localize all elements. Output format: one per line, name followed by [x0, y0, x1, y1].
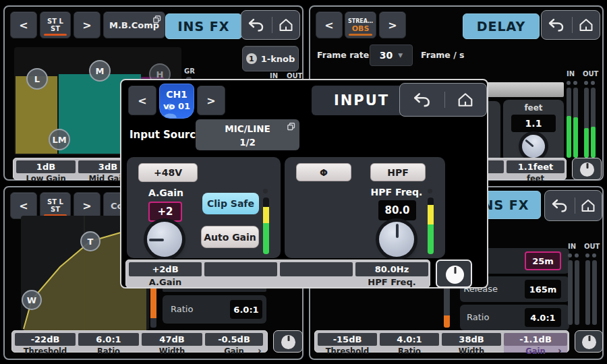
in-meter-label: IN [567, 70, 575, 78]
back-home-group [541, 10, 600, 40]
phase-button[interactable]: Φ [296, 163, 351, 181]
hpf-freq-knob[interactable] [379, 222, 414, 257]
out-meter-r [591, 88, 596, 158]
back-home-group [241, 10, 300, 40]
footer-more-chevron[interactable]: › [558, 345, 562, 356]
footer-delay-value[interactable]: 1.1feet [507, 160, 565, 173]
footer-more-chevron[interactable]: › [258, 345, 262, 356]
one-knob-button[interactable]: 1 1-knob [242, 46, 299, 71]
peak-dot [591, 81, 595, 85]
footer-hpf-value[interactable]: 80.0Hz [355, 262, 428, 276]
next-channel-button[interactable]: > [379, 11, 406, 38]
footer-ratio-label: Ratio [380, 346, 439, 356]
home-icon[interactable] [279, 18, 293, 32]
ratio-row[interactable]: Ratio 4.0:1 [460, 305, 569, 330]
footer-threshold-value[interactable]: -22dB [15, 333, 76, 346]
hpf-level-meter [428, 198, 434, 254]
footer-cell[interactable] [204, 262, 277, 276]
knob-icon [281, 335, 295, 349]
one-knob-badge-icon: 1 [246, 53, 257, 64]
channel-active-underline [44, 34, 67, 36]
clip-safe-button[interactable]: Clip Safe [202, 193, 259, 214]
next-channel-button[interactable]: > [74, 11, 100, 38]
channel-name: ST L [47, 18, 63, 25]
ratio-row[interactable]: Ratio 6.0:1 [163, 295, 266, 324]
input-source-button[interactable]: MIC/LINE 1/2 [196, 119, 299, 150]
popup-next-channel-button[interactable]: > [197, 86, 225, 115]
copy-icon [153, 16, 161, 24]
knob-icon [582, 335, 596, 349]
footer-ratio-value[interactable]: 4.0:1 [380, 333, 439, 346]
auto-gain-button[interactable]: Auto Gain [201, 226, 259, 248]
low-band-handle[interactable]: L [26, 68, 48, 90]
popup-prev-channel-button[interactable]: < [128, 86, 156, 115]
footer-low-gain-label: Low Gain [16, 174, 76, 183]
home-icon[interactable] [581, 199, 596, 212]
lowmid-crossover-handle[interactable]: LM [49, 129, 70, 150]
footer-hpf-label: HPF Freq. [355, 277, 428, 287]
back-icon[interactable] [413, 92, 432, 107]
hpf-button[interactable]: HPF [370, 163, 426, 181]
phantom-48v-button[interactable]: +48V [138, 163, 198, 182]
channel-select-button[interactable]: ST L ST [40, 192, 71, 219]
footer-threshold-label: Threshold [15, 346, 76, 356]
ratio-label: Ratio [467, 312, 489, 322]
prev-channel-button[interactable]: < [316, 11, 343, 38]
out-meter-label: OUT [584, 243, 600, 250]
footer-again-value[interactable]: +2dB [129, 262, 202, 276]
back-icon[interactable] [551, 199, 569, 212]
prev-channel-button[interactable]: < [10, 192, 37, 219]
divider [444, 92, 445, 108]
ratio-value-box[interactable]: 6.0:1 [230, 300, 262, 319]
again-knob[interactable] [147, 222, 182, 257]
footer-ratio-value[interactable]: 6.0:1 [78, 333, 139, 346]
popup-channel-button[interactable]: CH1 vo 01 [159, 84, 194, 119]
channel-select-button[interactable]: ST L ST [40, 11, 71, 38]
footer-cell[interactable] [280, 262, 353, 276]
footer-gain-value[interactable]: -0.5dB [205, 333, 263, 346]
back-icon[interactable] [548, 18, 565, 32]
attack-value-box[interactable]: 25m [525, 251, 561, 270]
channel-select-button[interactable]: STREA… OBS [345, 11, 376, 38]
release-value-box[interactable]: 165m [525, 280, 561, 299]
again-value-box[interactable]: +2 [148, 202, 182, 222]
channel-name-2: ST [51, 206, 60, 213]
popup-title: INPUT [312, 86, 411, 115]
mixer-touchscreen: < ST L ST > M.B.Comp INS FX L M H LM 1 [0, 0, 607, 364]
in-meter-label: IN [568, 243, 576, 250]
channel-name-2: OBS [352, 25, 370, 32]
footer-width-value[interactable]: 47dB [142, 333, 202, 346]
divider [272, 17, 272, 33]
footer-width-value[interactable]: 38dB [442, 333, 501, 346]
footer-ratio-label: Ratio [78, 346, 139, 356]
footer-knob-button[interactable] [575, 330, 603, 353]
hpf-freq-value-box[interactable]: 80.0 [378, 200, 416, 220]
library-preset-button[interactable]: M.B.Comp [103, 11, 165, 38]
footer-gain-value[interactable]: -1.1dB [504, 333, 567, 346]
mid-band-handle[interactable]: M [89, 60, 111, 82]
channel-name-2: ST [51, 25, 60, 32]
peak-dot [568, 253, 572, 257]
page-title-tab[interactable]: DELAY [463, 13, 540, 39]
divider [575, 198, 575, 214]
delay-param-box: feet 1.1 [503, 100, 564, 162]
footer-knob-button[interactable] [273, 330, 303, 353]
footer-knob-button[interactable] [572, 158, 602, 180]
footer-threshold-value[interactable]: -15dB [318, 333, 377, 346]
prev-channel-button[interactable]: < [10, 11, 37, 38]
divider [572, 17, 573, 33]
page-title-tab[interactable]: INS FX [165, 13, 242, 39]
threshold-handle[interactable]: T [80, 231, 100, 251]
delay-value-box[interactable]: 1.1 [511, 115, 556, 132]
ratio-value-box[interactable]: 4.0:1 [525, 308, 561, 327]
input-popup: < CH1 vo 01 > INPUT Input Source MIC/LIN… [120, 79, 488, 289]
frame-rate-dropdown[interactable]: 30 ▼ [370, 44, 413, 66]
back-icon[interactable] [248, 18, 265, 32]
next-channel-button[interactable]: > [74, 192, 100, 219]
width-handle[interactable]: W [22, 290, 42, 310]
home-icon[interactable] [457, 92, 473, 107]
home-icon[interactable] [579, 18, 594, 32]
popup-footer-knob-button[interactable] [436, 260, 472, 288]
footer-low-gain-value[interactable]: 1dB [16, 160, 76, 173]
footer-gain-label: Gain [205, 346, 263, 356]
